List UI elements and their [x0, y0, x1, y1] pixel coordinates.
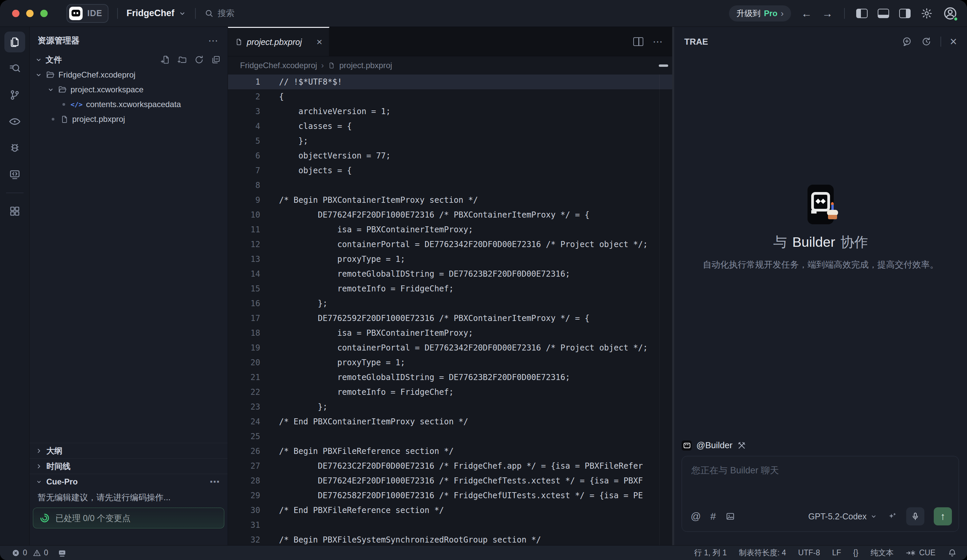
- tab-project-pbxproj[interactable]: project.pbxproj ×: [228, 27, 329, 56]
- navigate-forward-button[interactable]: →: [822, 8, 833, 19]
- cue-toggle[interactable]: CUE: [906, 548, 936, 557]
- ai-assistant-icon[interactable]: [57, 548, 67, 558]
- user-avatar[interactable]: [943, 6, 958, 21]
- code-editor[interactable]: 1 // !$*UTF8*$! 2 { 3 archiveVersion = 1…: [228, 74, 672, 545]
- mention-button[interactable]: @: [691, 511, 701, 522]
- minimize-window-button[interactable]: [26, 10, 34, 17]
- encoding-setting[interactable]: UTF-8: [798, 548, 820, 557]
- sidebar-item-search[interactable]: [4, 58, 25, 79]
- code-line[interactable]: 2 {: [228, 89, 672, 104]
- editor-scrollbar-track[interactable]: [659, 74, 660, 545]
- collapse-all-icon[interactable]: [211, 55, 221, 65]
- toggle-right-sidebar-button[interactable]: [899, 9, 911, 18]
- tree-item-xcworkspace[interactable]: project.xcworkspace: [30, 82, 228, 97]
- code-line[interactable]: 25: [228, 429, 672, 444]
- history-icon[interactable]: [921, 36, 932, 47]
- chat-input[interactable]: 您正在与 Builder 聊天 @ # GPT-5.2-Codex: [682, 456, 959, 532]
- breadcrumb[interactable]: FridgeChef.xcodeproj › project.pbxproj: [228, 56, 672, 74]
- upgrade-pro-button[interactable]: 升级到 Pro ›: [729, 5, 791, 21]
- navigate-back-button[interactable]: ←: [801, 8, 812, 19]
- code-line[interactable]: 16 };: [228, 296, 672, 311]
- code-line[interactable]: 13 proxyType = 1;: [228, 252, 672, 267]
- code-line[interactable]: 22 remoteInfo = FridgeChef;: [228, 385, 672, 400]
- code-line[interactable]: 8: [228, 178, 672, 193]
- close-tab-button[interactable]: ×: [316, 36, 322, 48]
- new-chat-icon[interactable]: [901, 36, 912, 47]
- code-line[interactable]: 31: [228, 518, 672, 532]
- language-mode[interactable]: 纯文本: [870, 548, 893, 558]
- code-line[interactable]: 10 DE77624F2F20DF1000E72316 /* PBXContai…: [228, 208, 672, 222]
- zoom-window-button[interactable]: [40, 10, 48, 17]
- code-line[interactable]: 19 containerPortal = DE7762342F20DF0D00E…: [228, 341, 672, 355]
- code-line[interactable]: 17 DE7762592F20DF1000E72316 /* PBXContai…: [228, 311, 672, 326]
- cue-pro-menu-button[interactable]: ⋯: [210, 479, 220, 484]
- code-line[interactable]: 9 /* Begin PBXContainerItemProxy section…: [228, 193, 672, 208]
- tools-icon[interactable]: [737, 441, 746, 450]
- explorer-menu-button[interactable]: ⋯: [208, 38, 219, 43]
- toggle-left-sidebar-button[interactable]: [856, 9, 868, 18]
- code-line[interactable]: 29 DE7762582F20DF1000E72316 /* FridgeChe…: [228, 488, 672, 503]
- model-selector[interactable]: GPT-5.2-Codex: [808, 512, 877, 521]
- send-button[interactable]: ↑: [934, 507, 952, 525]
- problems-indicator[interactable]: 0 0: [12, 548, 48, 557]
- global-search-button[interactable]: 搜索: [205, 8, 234, 19]
- context-tag-button[interactable]: #: [710, 511, 716, 522]
- code-line[interactable]: 7 objects = {: [228, 163, 672, 178]
- code-line[interactable]: 12 containerPortal = DE7762342F20DF0D00E…: [228, 237, 672, 252]
- code-line[interactable]: 5 };: [228, 133, 672, 148]
- agent-chip[interactable]: @Builder: [696, 440, 732, 451]
- close-window-button[interactable]: [12, 10, 20, 17]
- attach-image-icon[interactable]: [725, 511, 735, 521]
- code-line[interactable]: 6 objectVersion = 77;: [228, 148, 672, 163]
- code-line[interactable]: 11 isa = PBXContainerItemProxy;: [228, 222, 672, 237]
- tree-item-xcworkspacedata[interactable]: </> contents.xcworkspacedata: [30, 97, 228, 112]
- tree-item-xcodeproj[interactable]: FridgeChef.xcodeproj: [30, 68, 228, 82]
- code-line[interactable]: 1 // !$*UTF8*$!: [228, 74, 672, 89]
- editor-more-actions-button[interactable]: ⋯: [653, 39, 663, 44]
- sidebar-item-terminal[interactable]: [4, 164, 25, 185]
- notifications-bell-icon[interactable]: [947, 548, 957, 558]
- divider: [117, 8, 118, 19]
- settings-gear-icon[interactable]: [921, 7, 933, 20]
- code-line[interactable]: 27 DE77623C2F20DF0D00E72316 /* FridgeChe…: [228, 459, 672, 473]
- code-line[interactable]: 32 /* Begin PBXFileSystemSynchronizedRoo…: [228, 532, 672, 545]
- refresh-icon[interactable]: [194, 55, 204, 65]
- close-panel-button[interactable]: ×: [950, 36, 957, 48]
- split-editor-button[interactable]: [633, 37, 643, 46]
- cursor-position[interactable]: 行 1, 列 1: [694, 548, 727, 558]
- code-line[interactable]: 14 remoteGlobalIDString = DE77623B2F20DF…: [228, 267, 672, 282]
- editor-scrollbar-thumb[interactable]: [659, 64, 668, 67]
- bracket-setting[interactable]: {}: [853, 548, 858, 557]
- tree-item-pbxproj[interactable]: project.pbxproj: [30, 112, 228, 127]
- enhance-sparkle-icon[interactable]: [887, 511, 897, 521]
- code-line[interactable]: 30 /* End PBXFileReference section */: [228, 503, 672, 518]
- code-line[interactable]: 23 };: [228, 400, 672, 414]
- timeline-section-header[interactable]: 时间线: [30, 458, 228, 474]
- voice-input-button[interactable]: [906, 507, 924, 525]
- eol-setting[interactable]: LF: [832, 548, 841, 557]
- cue-pro-section-header[interactable]: Cue-Pro ⋯: [30, 474, 228, 489]
- code-line[interactable]: 18 isa = PBXContainerItemProxy;: [228, 326, 672, 341]
- code-line[interactable]: 20 proxyType = 1;: [228, 355, 672, 370]
- sidebar-item-debug[interactable]: [4, 138, 25, 158]
- sidebar-item-extensions[interactable]: [4, 201, 25, 222]
- breadcrumb-file[interactable]: project.pbxproj: [339, 61, 392, 70]
- sidebar-item-explorer[interactable]: [4, 31, 25, 53]
- outline-section-header[interactable]: 大纲: [30, 443, 228, 458]
- code-line[interactable]: 28 DE77624E2F20DF1000E72316 /* FridgeChe…: [228, 473, 672, 488]
- project-switcher[interactable]: FridgeChef: [127, 8, 186, 18]
- code-line[interactable]: 24 /* End PBXContainerItemProxy section …: [228, 414, 672, 429]
- files-section-header[interactable]: 文件: [30, 52, 228, 68]
- code-line[interactable]: 4 classes = {: [228, 119, 672, 133]
- toggle-bottom-panel-button[interactable]: [878, 9, 889, 18]
- code-line[interactable]: 26 /* Begin PBXFileReference section */: [228, 444, 672, 459]
- new-file-icon[interactable]: [160, 55, 170, 65]
- tab-size-setting[interactable]: 制表符长度: 4: [739, 548, 786, 558]
- code-line[interactable]: 21 remoteGlobalIDString = DE77623B2F20DF…: [228, 370, 672, 385]
- code-line[interactable]: 15 remoteInfo = FridgeChef;: [228, 282, 672, 296]
- breadcrumb-parent[interactable]: FridgeChef.xcodeproj: [240, 61, 317, 70]
- sidebar-item-ai-preview[interactable]: [4, 111, 25, 132]
- code-line[interactable]: 3 archiveVersion = 1;: [228, 104, 672, 119]
- new-folder-icon[interactable]: [177, 55, 187, 65]
- sidebar-item-source-control[interactable]: [4, 85, 25, 105]
